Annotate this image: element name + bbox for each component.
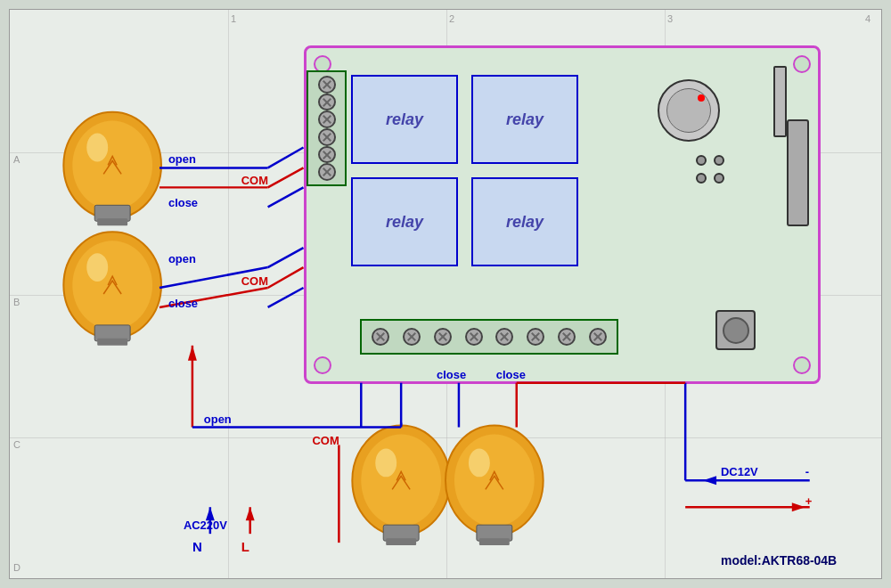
bulb1-filament2 xyxy=(108,156,117,165)
grid-col-4: 4 xyxy=(865,13,871,24)
label-l: L xyxy=(241,539,249,554)
right-connector-tab xyxy=(773,66,787,137)
label-open1: open xyxy=(168,152,196,166)
arrow-dc-blue xyxy=(703,476,716,485)
dot-3 xyxy=(696,173,707,184)
wire-red-com2b xyxy=(268,267,304,288)
bulb4-shine xyxy=(469,448,490,477)
terminal-screw-b3 xyxy=(434,328,452,346)
bulb3-body xyxy=(352,426,450,536)
wire-red-com2 xyxy=(159,288,268,307)
label-close1: close xyxy=(168,196,198,209)
wire-blue-2 xyxy=(159,267,268,288)
main-diagram: 1 2 3 4 A B C D relay relay relay relay xyxy=(9,9,882,579)
label-plus: + xyxy=(805,494,813,508)
relay-box-1: relay xyxy=(351,75,458,164)
terminal-screw-b5 xyxy=(495,328,513,346)
label-com1: COM xyxy=(241,174,268,187)
label-open2: open xyxy=(168,252,196,265)
relay-box-3: relay xyxy=(351,177,458,266)
bulb3-glow xyxy=(361,435,441,527)
dot-pattern xyxy=(696,155,724,184)
terminal-screw-b6 xyxy=(527,328,544,346)
bulb2-base xyxy=(94,325,130,341)
grid-row-b: B xyxy=(13,297,20,307)
bulb4-base2 xyxy=(479,538,510,545)
fan-inner xyxy=(723,317,749,344)
arrow-l xyxy=(246,507,255,520)
bulb2-shine xyxy=(86,253,108,282)
wire-blue-1b xyxy=(268,148,304,168)
relay-box-2: relay xyxy=(471,75,578,164)
bulb1-shine xyxy=(86,134,108,162)
grid-col-2: 2 xyxy=(449,13,454,24)
grid-row-d: D xyxy=(13,562,20,573)
terminal-block-bottom xyxy=(360,319,618,355)
label-dc12v: DC12V xyxy=(721,465,758,478)
pcb-corner-tr xyxy=(793,55,811,73)
bulb2-filament2 xyxy=(108,276,117,285)
label-model: model:AKTR68-04B xyxy=(721,553,837,568)
wire-blue-close2 xyxy=(268,288,304,307)
terminal-screw-b7 xyxy=(558,328,576,346)
terminal-screw-4 xyxy=(318,128,336,146)
dot-1 xyxy=(696,155,707,166)
terminal-screw-2 xyxy=(318,94,336,111)
pcb-corner-br xyxy=(793,356,811,374)
terminal-screw-3 xyxy=(318,110,336,128)
grid-line-h3 xyxy=(10,437,881,438)
label-n: N xyxy=(192,539,202,554)
bulb4-body xyxy=(446,426,544,536)
terminal-screw-b4 xyxy=(465,328,483,346)
bulb1-base xyxy=(94,205,130,221)
bulb2-body xyxy=(63,232,161,339)
bulb4-filament2 xyxy=(490,471,499,480)
terminal-screw-b1 xyxy=(372,328,389,346)
label-com2: COM xyxy=(241,274,268,288)
arrow-n xyxy=(206,507,215,520)
circular-component xyxy=(658,79,720,142)
label-ac220v: AC220V xyxy=(184,519,227,532)
bulb3-filament xyxy=(392,476,410,489)
bulb2-filament xyxy=(103,281,121,294)
wire-blue-close1 xyxy=(268,187,304,207)
bulb4-filament xyxy=(486,476,503,489)
bulb2-glow xyxy=(72,241,152,330)
arrow-dc-red xyxy=(792,502,805,511)
bulb3-shine xyxy=(375,448,396,477)
grid-row-a: A xyxy=(13,154,20,165)
pcb-corner-bl xyxy=(314,356,331,374)
terminal-block-top xyxy=(307,70,347,186)
pcb-board: relay relay relay relay xyxy=(304,45,821,384)
bulb3-filament2 xyxy=(396,471,405,480)
bulb3-base2 xyxy=(386,538,416,545)
bulb2-base2 xyxy=(97,339,127,346)
bulb1-body xyxy=(63,112,161,219)
bulb1-base2 xyxy=(97,218,127,225)
relay-box-4: relay xyxy=(471,177,578,266)
label-com3: COM xyxy=(312,434,339,447)
bulb1-glow xyxy=(72,121,152,210)
grid-col-1: 1 xyxy=(231,13,236,24)
terminal-screw-6 xyxy=(318,163,336,181)
dot-4 xyxy=(714,173,724,184)
wire-blue-2b xyxy=(268,248,304,267)
arrow-red-up xyxy=(188,346,197,361)
bulb4-base xyxy=(477,525,512,541)
grid-row-c: C xyxy=(13,439,20,450)
terminal-screw-1 xyxy=(318,76,336,94)
label-minus: - xyxy=(805,465,809,478)
terminal-screw-b8 xyxy=(589,328,607,346)
wire-red-com1b xyxy=(268,167,304,187)
bulb3-base xyxy=(383,525,419,541)
right-connector xyxy=(787,119,809,226)
grid-line-v1 xyxy=(228,10,229,578)
terminal-screw-b2 xyxy=(403,328,421,346)
fan-component xyxy=(715,310,756,350)
circular-dot xyxy=(698,94,705,102)
dot-2 xyxy=(714,155,724,166)
bulb1-filament xyxy=(103,160,121,174)
circular-inner xyxy=(666,88,711,133)
terminal-screw-5 xyxy=(318,146,336,164)
grid-col-3: 3 xyxy=(667,13,673,24)
